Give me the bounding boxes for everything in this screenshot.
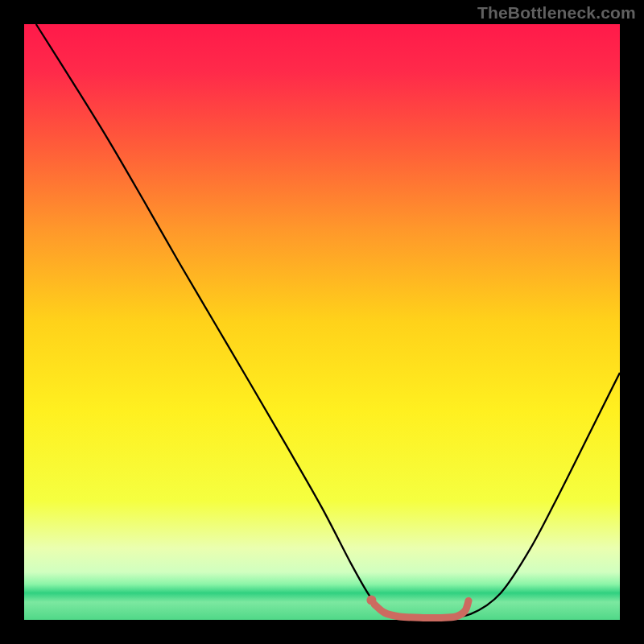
plot-background [24, 24, 620, 620]
bottleneck-chart [0, 0, 644, 644]
optimum-marker-dot [366, 596, 376, 605]
watermark-text: TheBottleneck.com [477, 3, 636, 23]
chart-container: TheBottleneck.com [0, 0, 644, 644]
